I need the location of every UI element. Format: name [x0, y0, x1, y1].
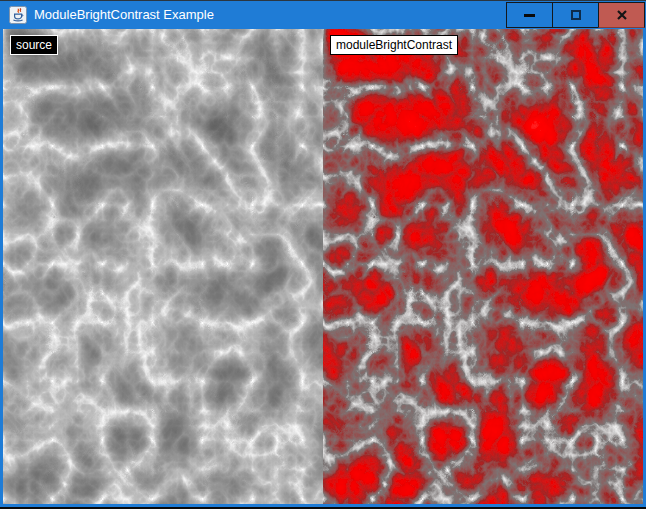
source-image-label: source	[10, 35, 58, 55]
window-controls	[507, 2, 645, 28]
image-area: source moduleBrightContrast	[3, 29, 643, 504]
source-image	[3, 29, 323, 504]
panel-source: source	[3, 29, 323, 504]
close-icon	[617, 10, 627, 20]
minimize-button[interactable]	[506, 2, 553, 28]
panel-module-bright-contrast: moduleBrightContrast	[323, 29, 643, 504]
titlebar[interactable]: ModuleBrightContrast Example	[0, 0, 646, 29]
app-window: ModuleBrightContrast Example	[0, 0, 646, 509]
window-title: ModuleBrightContrast Example	[34, 1, 214, 30]
java-coffee-cup-icon	[9, 6, 27, 24]
minimize-icon	[524, 14, 535, 17]
maximize-icon	[571, 10, 581, 20]
module-image-label: moduleBrightContrast	[330, 35, 458, 55]
close-button[interactable]	[598, 2, 645, 28]
module-bright-contrast-image	[323, 29, 643, 504]
maximize-button[interactable]	[552, 2, 599, 28]
